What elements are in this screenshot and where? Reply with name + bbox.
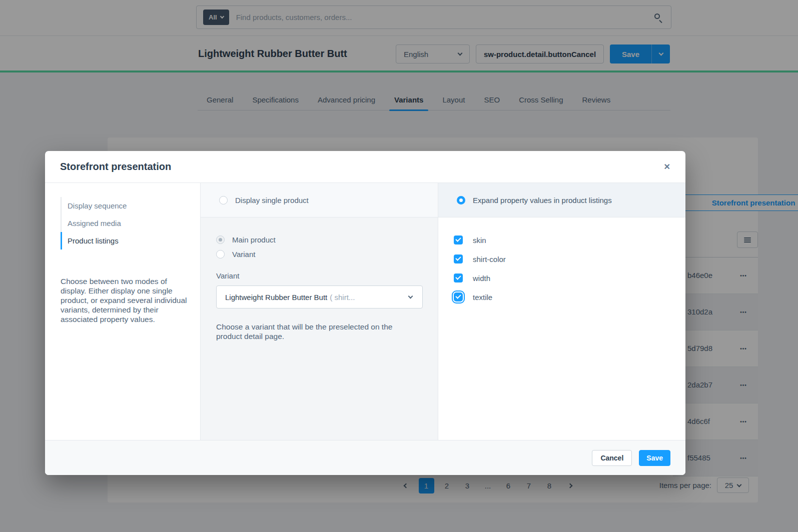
modal-body: Display sequence Assigned media Product … [45, 183, 685, 440]
property-checkbox-skin[interactable] [454, 236, 463, 244]
variant-radio[interactable] [216, 250, 225, 258]
variant-field-label: Variant [216, 272, 423, 280]
variant-select[interactable]: Lightweight Rubber Butter Butt ( shirt..… [216, 286, 423, 308]
single-product-body: Main product Variant Variant Lightweight… [201, 218, 438, 440]
storefront-presentation-modal: Storefront presentation ✕ Display sequen… [45, 151, 685, 475]
app-root: All Lightweight Rubber Butter Butt Engli… [0, 0, 798, 532]
sidebar-item-assigned-media[interactable]: Assigned media [61, 214, 188, 232]
property-checkbox-shirt-color[interactable] [454, 254, 463, 264]
variant-radio-label: Variant [232, 250, 255, 258]
modal-header: Storefront presentation ✕ [45, 151, 685, 183]
expand-properties-body: skin shirt-color width textile [438, 218, 685, 440]
main-product-label: Main product [232, 236, 276, 244]
property-checkbox-textile[interactable] [454, 292, 463, 302]
single-product-section: Display single product Main product Vari… [200, 183, 438, 440]
variant-select-value: Lightweight Rubber Butter Butt [225, 293, 327, 302]
expand-mode-radio[interactable] [457, 196, 465, 204]
sidebar-item-product-listings[interactable]: Product listings [61, 232, 188, 250]
expand-mode-header: Expand property values in product listin… [438, 183, 685, 218]
close-icon[interactable]: ✕ [664, 162, 670, 172]
save-button[interactable]: Save [639, 450, 670, 466]
variant-select-suffix: ( shirt... [330, 293, 355, 302]
modal-title: Storefront presentation [60, 161, 171, 172]
property-label: width [473, 274, 490, 282]
property-label: skin [473, 236, 486, 244]
variant-help-text: Choose a variant that will be the presel… [216, 322, 416, 341]
single-product-radio[interactable] [219, 196, 228, 204]
single-product-mode-label: Display single product [235, 196, 309, 204]
main-product-radio[interactable] [216, 236, 225, 244]
expand-mode-label: Expand property values in product listin… [473, 196, 612, 204]
mode-description: Choose between two modes of display. Eit… [61, 276, 188, 324]
chevron-down-icon [408, 294, 413, 299]
property-checkbox-width[interactable] [454, 274, 463, 282]
property-label: textile [473, 293, 492, 302]
modal-sidebar: Display sequence Assigned media Product … [45, 183, 200, 440]
single-product-mode-header: Display single product [201, 183, 438, 218]
modal-footer: Cancel Save [45, 440, 685, 475]
expand-properties-section: Expand property values in product listin… [438, 183, 685, 440]
sidebar-item-display-sequence[interactable]: Display sequence [61, 197, 188, 214]
property-label: shirt-color [473, 255, 506, 264]
cancel-button[interactable]: Cancel [592, 450, 632, 466]
